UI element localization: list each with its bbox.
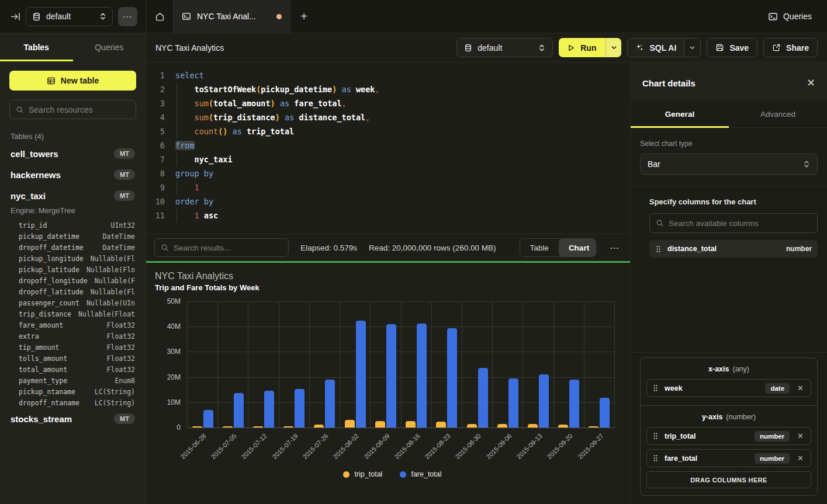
remove-column-icon[interactable]: ✕: [795, 432, 805, 440]
bar-trip_total: [283, 426, 293, 427]
run-button[interactable]: Run: [559, 38, 605, 57]
share-button[interactable]: Share: [763, 38, 818, 57]
y-axis-tick: 10M: [167, 398, 181, 406]
legend-item[interactable]: trip_total: [343, 470, 382, 478]
table-row[interactable]: cell_towersMT: [9, 143, 136, 164]
column-row: tip_amountFloat32: [9, 342, 136, 353]
chart-type-value: Bar: [648, 159, 660, 169]
line-number: 4: [146, 110, 167, 124]
y-axis-header: y-axis(number): [646, 413, 811, 421]
code-line: 5 count() as trip_total: [146, 124, 630, 138]
column-row: passenger_countNullable(UIn: [9, 297, 136, 308]
sidebar-tab-tables[interactable]: Tables: [0, 33, 73, 61]
axis-column-row[interactable]: trip_totalnumber✕: [646, 427, 811, 445]
save-button[interactable]: Save: [707, 38, 757, 57]
chart-type-select[interactable]: Bar: [640, 154, 818, 175]
code-line: 1select: [146, 68, 630, 82]
column-type: LC(String): [95, 399, 135, 407]
drag-handle-icon[interactable]: [652, 432, 659, 440]
table-engine: Engine: MergeTree: [9, 206, 136, 220]
table-row[interactable]: stocks_streamMT: [9, 408, 136, 429]
drag-handle-icon[interactable]: [652, 384, 659, 392]
panel-tab-general[interactable]: General: [631, 101, 729, 127]
axis-column-row[interactable]: fare_totalnumber✕: [646, 449, 811, 467]
bar-group: [340, 301, 371, 427]
query-header: NYC Taxi Analytics default: [146, 33, 827, 62]
bar-group: [584, 301, 614, 427]
remove-column-icon[interactable]: ✕: [795, 454, 805, 463]
column-type: Nullable(Flo: [86, 266, 135, 274]
results-more-button[interactable]: ···: [608, 244, 622, 252]
queries-button[interactable]: Queries: [753, 0, 827, 33]
table-name: nyc_taxi: [11, 191, 46, 201]
remove-column-icon[interactable]: ✕: [795, 384, 805, 392]
view-toggle-table[interactable]: Table: [520, 239, 559, 256]
search-results-input[interactable]: [174, 244, 282, 252]
drag-columns-drop-zone[interactable]: DRAG COLUMNS HERE: [646, 471, 811, 488]
axes-box: x-axis(any) weekdate✕ y-axis(number) tri…: [640, 357, 818, 496]
bar-group: [248, 301, 279, 427]
toolbar-database-selector[interactable]: default: [456, 38, 553, 57]
database-selector[interactable]: default: [26, 7, 113, 26]
code-text: sum(total_amount) as fare_total,: [175, 96, 347, 110]
tab-title: NYC Taxi Anal...: [197, 12, 271, 21]
database-selector-value: default: [46, 12, 94, 21]
bar-trip_total: [406, 421, 416, 427]
home-tab[interactable]: [146, 0, 174, 33]
x-axis-tick-label: 2015-06-28: [179, 432, 207, 460]
tab-nyc-taxi-analytics[interactable]: NYC Taxi Anal...: [174, 0, 290, 33]
bar-fare_total: [264, 391, 274, 428]
column-type: DateTime: [103, 244, 135, 252]
chart-subtitle: Trip and Fare Totals by Week: [155, 283, 630, 292]
panel-spacer: [640, 258, 818, 352]
bar-group: [432, 301, 462, 427]
sql-ai-button[interactable]: SQL AI: [628, 39, 684, 57]
available-column-row[interactable]: distance_totalnumber: [649, 240, 818, 258]
sidebar-tab-queries[interactable]: Queries: [73, 33, 146, 61]
code-text: sum(trip_distance) as distance_total,: [175, 110, 370, 124]
code-line: 11 1 asc: [146, 208, 630, 223]
bar-fare_total: [386, 324, 396, 427]
home-icon: [155, 12, 165, 22]
y-axis-hint: (number): [726, 413, 756, 421]
drag-handle-icon[interactable]: [652, 454, 659, 462]
panel-tab-advanced[interactable]: Advanced: [729, 101, 827, 127]
bar-fare_total: [447, 328, 457, 427]
search-columns-input[interactable]: [669, 219, 811, 228]
sidebar-more-button[interactable]: ···: [118, 7, 137, 26]
view-toggle-chart[interactable]: Chart: [559, 239, 596, 256]
column-name: pickup_longitude: [19, 255, 84, 263]
x-axis-tick: 2015-09-27: [584, 428, 615, 469]
line-number: 2: [146, 82, 167, 96]
column-row: payment_typeEnum8: [9, 375, 136, 386]
column-name: dropoff_datetime: [19, 244, 84, 252]
new-tab-button[interactable]: +: [290, 0, 317, 33]
database-icon: [464, 44, 472, 52]
axes-divider: [641, 405, 817, 406]
bar-trip_total: [589, 426, 598, 427]
table-row[interactable]: nyc_taxiMT: [9, 185, 136, 206]
sql-editor[interactable]: 1select2 toStartOfWeek(pickup_datetime) …: [146, 62, 630, 234]
tables-section-label: Tables (4): [11, 132, 135, 141]
search-resources-input[interactable]: [29, 105, 134, 114]
results-bar: Elapsed: 0.579s Read: 20,000,000 rows (2…: [146, 234, 630, 261]
elapsed-stat: Elapsed: 0.579s: [300, 244, 357, 252]
axis-column-row[interactable]: weekdate✕: [646, 379, 811, 397]
bar-group: [523, 301, 553, 427]
bar-group: [554, 301, 584, 427]
queries-label: Queries: [783, 12, 812, 21]
close-icon[interactable]: ✕: [807, 78, 815, 88]
collapse-sidebar-icon[interactable]: [11, 12, 20, 22]
bar-fare_total: [356, 321, 366, 427]
table-row[interactable]: hackernewsMT: [9, 164, 136, 185]
column-type: number: [786, 245, 812, 253]
legend-item[interactable]: fare_total: [400, 470, 441, 478]
view-toggle: Table Chart: [520, 238, 596, 257]
drag-handle-icon[interactable]: [655, 245, 662, 253]
sql-ai-options-button[interactable]: [684, 39, 700, 57]
run-options-button[interactable]: [605, 38, 621, 57]
sidebar: Tables Queries New table Tables (4) cell…: [0, 33, 146, 504]
column-row: total_amountFloat32: [9, 364, 136, 375]
table-name: cell_towers: [11, 149, 58, 159]
new-table-button[interactable]: New table: [9, 71, 136, 91]
